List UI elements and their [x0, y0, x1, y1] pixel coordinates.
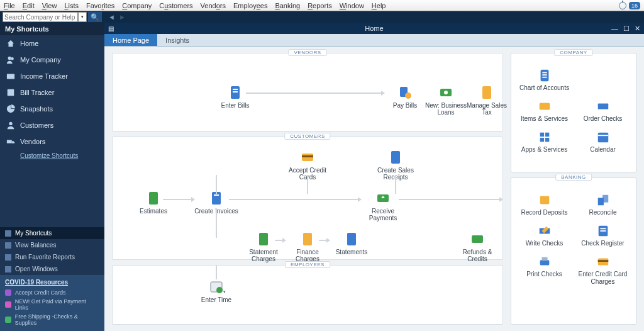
sidebar-item-bill-tracker[interactable]: Bill Tracker — [0, 84, 104, 101]
node-statement-charges[interactable]: Statement Charges — [242, 232, 286, 262]
sidebar-item-home[interactable]: Home — [0, 35, 104, 52]
svg-rect-28 — [542, 72, 547, 74]
node-finance-charges[interactable]: Finance Charges — [286, 232, 330, 262]
sidebar-item-customers[interactable]: Customers — [0, 117, 104, 133]
menu-edit[interactable]: Edit — [23, 2, 35, 9]
home-icon — [6, 39, 15, 48]
sidebar-item-my-company[interactable]: My Company — [0, 52, 104, 68]
sidebar-item-income-tracker[interactable]: Income Tracker — [0, 68, 104, 84]
menu-lists[interactable]: Lists — [64, 2, 79, 9]
sidebar-panel-switcher: My Shortcuts View Balances Run Favorite … — [0, 227, 104, 275]
menu-vendors[interactable]: Vendors — [201, 2, 226, 9]
search-input[interactable] — [3, 12, 78, 22]
svg-rect-31 — [539, 103, 550, 110]
toolstrip: ▾ 🔍 ◄ ► — [0, 11, 644, 23]
node-receive-payments[interactable]: Receive Payments — [361, 191, 405, 222]
svg-rect-42 — [600, 228, 606, 229]
tile-print-checks[interactable]: Print Checks — [515, 251, 574, 289]
menu-employees[interactable]: Employees — [233, 2, 267, 9]
svg-rect-37 — [597, 133, 608, 143]
reminders-badge[interactable]: 16 — [629, 2, 640, 9]
tile-apps-services[interactable]: Apps & Services — [515, 126, 574, 157]
svg-rect-7 — [233, 89, 238, 90]
svg-point-0 — [8, 57, 11, 60]
menu-favorites[interactable]: Favorites — [86, 2, 114, 9]
dropdown-icon[interactable]: ▾ — [223, 289, 226, 295]
svg-rect-34 — [545, 133, 548, 137]
nav-fwd-icon[interactable]: ► — [119, 13, 126, 21]
svg-point-4 — [9, 122, 12, 125]
panel-view-balances[interactable]: View Balances — [0, 239, 104, 251]
svg-rect-8 — [233, 91, 238, 93]
nav-back-icon[interactable]: ◄ — [108, 13, 115, 21]
menu-reports[interactable]: Reports — [308, 2, 332, 9]
reminders-icon[interactable] — [619, 2, 626, 9]
svg-rect-39 — [540, 196, 549, 205]
window-maximize[interactable]: ☐ — [623, 25, 630, 33]
svg-point-10 — [405, 93, 411, 99]
sidebar-item-vendors[interactable]: Vendors — [0, 133, 104, 150]
tile-check-register[interactable]: Check Register — [574, 220, 632, 251]
tile-items-services[interactable]: Items & Services — [515, 96, 574, 126]
svg-rect-44 — [540, 260, 549, 265]
menu-file[interactable]: File — [4, 2, 15, 9]
person-icon — [6, 121, 15, 130]
customize-shortcuts-link[interactable]: Customize Shortcuts — [0, 150, 104, 164]
sidebar-item-label: Home — [20, 40, 38, 47]
svg-rect-45 — [541, 257, 547, 261]
sidebar-item-snapshots[interactable]: Snapshots — [0, 101, 104, 117]
sidebar-item-label: My Company — [20, 56, 61, 64]
node-refunds-credits[interactable]: Refunds & Credits — [455, 232, 499, 262]
tab-insights[interactable]: Insights — [157, 34, 197, 46]
panel-open-windows[interactable]: Open Windows — [0, 263, 104, 275]
svg-rect-19 — [214, 194, 219, 196]
node-statements[interactable]: Statements — [330, 232, 374, 255]
panel-customers: CUSTOMERS Accept Credit Cards Create Sal… — [112, 137, 503, 260]
sidebar-item-label: Bill Tracker — [20, 89, 54, 96]
panel-employees: EMPLOYEES Enter Time ▾ — [112, 265, 503, 325]
covid-resources: COVID-19 Resources Accept Credit Cards N… — [0, 275, 104, 331]
menu-window[interactable]: Window — [340, 2, 364, 9]
tile-calendar[interactable]: Calendar — [574, 126, 632, 157]
menu-customers[interactable]: Customers — [159, 2, 192, 9]
svg-rect-21 — [259, 233, 268, 245]
svg-rect-18 — [212, 192, 221, 205]
tile-record-deposits[interactable]: Record Deposits — [515, 189, 574, 220]
covid-link-payment-links[interactable]: NEW! Get Paid via Payment Links — [5, 297, 99, 312]
node-new-business-loans[interactable]: New: Business Loans — [424, 85, 468, 116]
menu-help[interactable]: Help — [372, 2, 386, 9]
search-go-button[interactable]: 🔍 — [88, 12, 102, 22]
panel-my-shortcuts[interactable]: My Shortcuts — [0, 227, 104, 239]
workarea: ▤ Home — ☐ ✕ Home Page Insights VENDORS — [104, 23, 644, 331]
wallet-icon — [6, 72, 15, 81]
panel-run-favorite-reports[interactable]: Run Favorite Reports — [0, 251, 104, 263]
svg-rect-32 — [597, 103, 608, 109]
search-dropdown[interactable]: ▾ — [78, 12, 87, 22]
covid-header[interactable]: COVID-19 Resources — [5, 279, 99, 286]
node-estimates[interactable]: Estimates — [131, 191, 175, 215]
covid-link-cc[interactable]: Accept Credit Cards — [5, 288, 99, 297]
svg-rect-17 — [149, 192, 158, 205]
tile-write-checks[interactable]: Write Checks — [515, 220, 574, 251]
tab-home-page[interactable]: Home Page — [104, 34, 157, 46]
truck-icon — [6, 137, 15, 146]
node-enter-time[interactable]: Enter Time ▾ — [194, 279, 238, 303]
node-pay-bills[interactable]: Pay Bills — [383, 85, 427, 109]
tile-enter-cc-charges[interactable]: Enter Credit Card Charges — [574, 251, 632, 289]
menu-company[interactable]: Company — [122, 2, 152, 9]
window-close[interactable]: ✕ — [635, 25, 640, 33]
sidebar-item-label: Vendors — [20, 138, 45, 145]
tile-order-checks[interactable]: Order Checks — [574, 96, 632, 126]
tile-chart-of-accounts[interactable]: Chart of Accounts — [515, 65, 574, 96]
panel-banking-title: BANKING — [555, 174, 592, 181]
panel-company-title: COMPANY — [554, 49, 592, 56]
tile-reconcile[interactable]: Reconcile — [574, 189, 632, 220]
mdi-doc-icon[interactable]: ▤ — [108, 25, 114, 32]
node-manage-sales-tax[interactable]: Manage Sales Tax — [465, 85, 509, 116]
svg-rect-36 — [545, 138, 548, 142]
window-minimize[interactable]: — — [611, 25, 618, 33]
menu-view[interactable]: View — [42, 2, 57, 9]
menu-banking[interactable]: Banking — [275, 2, 300, 9]
node-enter-bills[interactable]: Enter Bills — [213, 85, 257, 109]
covid-link-shipping[interactable]: Free Shipping -Checks & Supplies — [5, 312, 99, 327]
